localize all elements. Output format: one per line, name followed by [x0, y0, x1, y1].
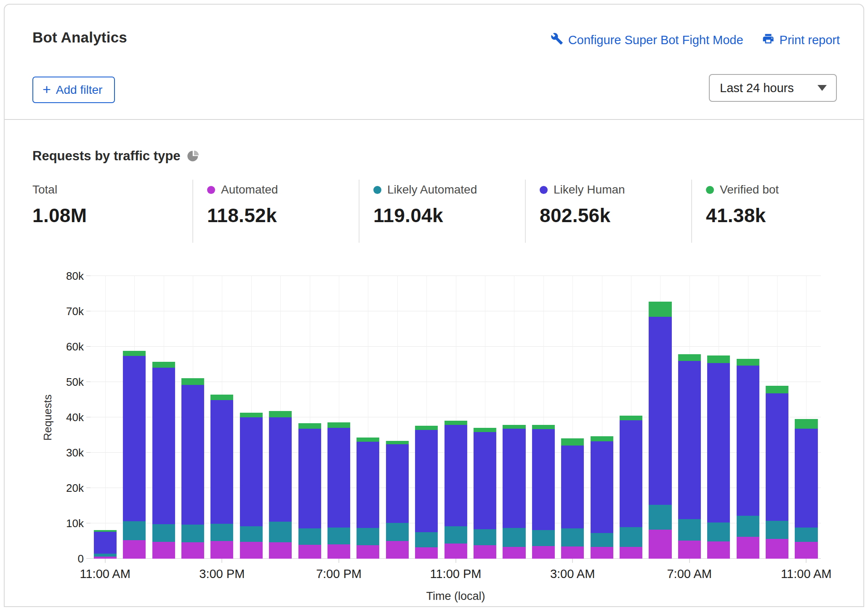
- bar-segment-automated[interactable]: [678, 541, 701, 559]
- bar-segment-verified-bot[interactable]: [152, 362, 175, 368]
- stat-likely-human[interactable]: Likely Human802.56k: [525, 180, 691, 243]
- stacked-bar-5-00-pm[interactable]: [269, 411, 292, 559]
- bar-segment-likely-human[interactable]: [474, 432, 496, 529]
- stacked-bar-7-00-pm[interactable]: [327, 422, 350, 559]
- bar-segment-verified-bot[interactable]: [240, 413, 263, 417]
- stacked-bar-9-00-pm[interactable]: [386, 441, 409, 559]
- bar-segment-verified-bot[interactable]: [210, 395, 233, 400]
- bar-segment-likely-human[interactable]: [678, 361, 701, 519]
- bar-segment-automated[interactable]: [474, 545, 496, 559]
- bar-segment-likely-automated[interactable]: [327, 528, 350, 544]
- bar-segment-likely-human[interactable]: [152, 368, 175, 524]
- bar-segment-likely-human[interactable]: [415, 430, 438, 532]
- stacked-bar-10-00-pm[interactable]: [415, 426, 438, 559]
- bar-segment-likely-automated[interactable]: [123, 521, 146, 540]
- bar-segment-likely-human[interactable]: [737, 366, 759, 516]
- bar-segment-likely-automated[interactable]: [766, 521, 788, 539]
- bar-segment-likely-human[interactable]: [210, 400, 233, 524]
- bar-segment-verified-bot[interactable]: [532, 425, 555, 429]
- bar-segment-likely-human[interactable]: [561, 446, 584, 528]
- stacked-bar-9-00-am[interactable]: [737, 359, 759, 559]
- bar-segment-verified-bot[interactable]: [269, 411, 292, 417]
- bar-segment-verified-bot[interactable]: [474, 428, 496, 432]
- stacked-bar-2-00-am[interactable]: [532, 425, 555, 559]
- stacked-bar-5-00-am[interactable]: [620, 416, 642, 559]
- bar-segment-likely-automated[interactable]: [591, 533, 613, 547]
- bar-segment-automated[interactable]: [210, 541, 233, 559]
- bar-segment-automated[interactable]: [561, 546, 584, 559]
- bar-segment-likely-human[interactable]: [707, 363, 730, 523]
- stacked-bar-11-00-pm[interactable]: [445, 421, 467, 559]
- bar-segment-likely-human[interactable]: [445, 425, 467, 526]
- bar-segment-automated[interactable]: [415, 547, 438, 559]
- bar-segment-automated[interactable]: [737, 537, 759, 559]
- bar-segment-likely-human[interactable]: [123, 356, 146, 521]
- bar-segment-likely-human[interactable]: [532, 429, 555, 530]
- bar-segment-automated[interactable]: [240, 542, 263, 559]
- time-range-select[interactable]: Last 24 hours: [709, 74, 837, 102]
- bar-segment-verified-bot[interactable]: [503, 425, 525, 429]
- bar-segment-verified-bot[interactable]: [123, 351, 146, 356]
- bar-segment-automated[interactable]: [445, 544, 467, 559]
- bar-segment-likely-automated[interactable]: [210, 524, 233, 541]
- bar-segment-likely-automated[interactable]: [94, 554, 117, 557]
- stacked-bar-8-00-pm[interactable]: [357, 438, 379, 559]
- bar-segment-automated[interactable]: [327, 544, 350, 559]
- stacked-bar-3-00-am[interactable]: [561, 438, 584, 559]
- bar-segment-likely-human[interactable]: [327, 428, 350, 528]
- bar-segment-likely-automated[interactable]: [620, 527, 642, 547]
- bar-segment-verified-bot[interactable]: [766, 386, 788, 393]
- bar-segment-likely-human[interactable]: [503, 429, 525, 528]
- bar-segment-likely-human[interactable]: [240, 417, 263, 526]
- bar-segment-likely-automated[interactable]: [269, 522, 292, 543]
- bar-segment-automated[interactable]: [123, 540, 146, 559]
- stat-total[interactable]: Total1.08M: [32, 180, 192, 243]
- bar-segment-automated[interactable]: [649, 530, 671, 559]
- bar-segment-automated[interactable]: [620, 547, 642, 559]
- stacked-bar-4-00-pm[interactable]: [240, 413, 263, 559]
- bar-segment-likely-automated[interactable]: [445, 526, 467, 544]
- bar-segment-verified-bot[interactable]: [561, 438, 584, 446]
- bar-segment-automated[interactable]: [795, 542, 817, 559]
- stat-likely-automated[interactable]: Likely Automated119.04k: [359, 180, 525, 243]
- bar-segment-likely-human[interactable]: [386, 444, 409, 523]
- bar-segment-likely-automated[interactable]: [240, 526, 263, 542]
- bar-segment-likely-automated[interactable]: [532, 530, 555, 546]
- bar-segment-likely-automated[interactable]: [298, 528, 321, 545]
- bar-segment-likely-human[interactable]: [766, 393, 788, 521]
- bar-segment-likely-automated[interactable]: [737, 516, 759, 537]
- bar-segment-likely-human[interactable]: [649, 317, 671, 505]
- bar-segment-likely-human[interactable]: [591, 441, 613, 533]
- bar-segment-likely-automated[interactable]: [678, 519, 701, 541]
- bar-segment-likely-automated[interactable]: [561, 528, 584, 546]
- bar-segment-likely-human[interactable]: [298, 429, 321, 528]
- stacked-bar-6-00-am[interactable]: [649, 302, 671, 559]
- bar-segment-likely-automated[interactable]: [415, 532, 438, 547]
- stacked-bar-12-00-pm[interactable]: [123, 351, 146, 559]
- bar-segment-automated[interactable]: [707, 541, 730, 559]
- bar-segment-verified-bot[interactable]: [737, 359, 759, 366]
- bar-segment-verified-bot[interactable]: [386, 441, 409, 444]
- bar-segment-automated[interactable]: [298, 545, 321, 559]
- bar-segment-likely-human[interactable]: [620, 420, 642, 528]
- bar-segment-automated[interactable]: [591, 547, 613, 559]
- bar-segment-automated[interactable]: [766, 539, 788, 559]
- bar-segment-verified-bot[interactable]: [415, 426, 438, 430]
- bar-segment-likely-automated[interactable]: [503, 528, 525, 547]
- stacked-bar-6-00-pm[interactable]: [298, 423, 321, 559]
- add-filter-button[interactable]: + Add filter: [32, 77, 115, 103]
- bar-segment-likely-human[interactable]: [94, 532, 117, 554]
- bar-segment-likely-automated[interactable]: [707, 522, 730, 541]
- bar-segment-likely-human[interactable]: [795, 429, 817, 528]
- print-report-link[interactable]: Print report: [762, 32, 840, 48]
- stacked-bar-1-00-am[interactable]: [503, 425, 525, 559]
- bar-segment-likely-automated[interactable]: [357, 528, 379, 545]
- bar-segment-verified-bot[interactable]: [357, 438, 379, 442]
- stacked-bar-1-00-pm[interactable]: [152, 362, 175, 559]
- stat-verified-bot[interactable]: Verified bot41.38k: [691, 180, 842, 243]
- bar-segment-verified-bot[interactable]: [445, 421, 467, 424]
- bar-segment-verified-bot[interactable]: [181, 378, 204, 385]
- bar-segment-automated[interactable]: [269, 542, 292, 559]
- bar-segment-likely-human[interactable]: [181, 385, 204, 525]
- bar-segment-likely-automated[interactable]: [386, 523, 409, 541]
